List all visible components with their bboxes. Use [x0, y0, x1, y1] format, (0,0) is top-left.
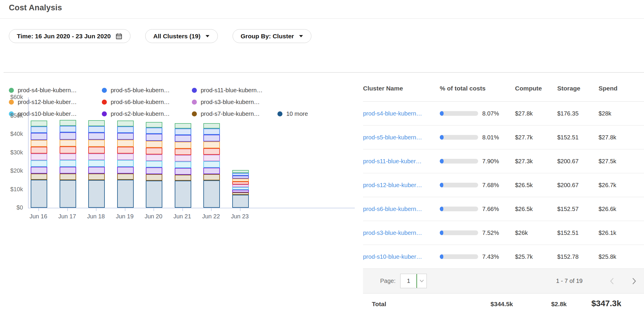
compute-cell: $27.7k: [515, 134, 557, 141]
pct-bar-fill: [440, 135, 444, 140]
bar-segment: [31, 126, 47, 133]
bar-segment: [203, 180, 220, 208]
bar-segment: [232, 190, 249, 192]
compute-cell: $26.5k: [515, 182, 557, 189]
legend-item[interactable]: prod-s5-blue-kubern…: [102, 87, 192, 94]
bar-segment: [88, 154, 105, 160]
pct-value: 8.01%: [482, 134, 499, 141]
bar-segment: [146, 134, 162, 141]
x-axis-tick: [153, 208, 154, 211]
legend-item[interactable]: prod-s4-blue-kubern…: [9, 87, 102, 94]
legend-row: prod-s4-blue-kubern…prod-s5-blue-kubern……: [9, 84, 308, 96]
filter-bar: Time: 16 Jun 2020 - 23 Jun 2020 All Clus…: [9, 29, 311, 43]
bar-segment: [31, 154, 47, 160]
spend-cell: $26.7k: [599, 182, 644, 189]
legend-item[interactable]: prod-s11-blue-kubern…: [192, 87, 277, 94]
pct-bar-fill: [440, 207, 443, 211]
storage-cell: $152.51: [557, 230, 599, 236]
prev-page-button[interactable]: [609, 277, 616, 285]
storage-cell: $152.57: [557, 206, 599, 212]
bar-segment: [203, 155, 220, 161]
compute-cell: $27.8k: [515, 110, 557, 117]
bar-segment: [175, 161, 191, 168]
table-row: prod-s6-blue-kubern…7.66%$26.5k$152.57$2…: [363, 197, 644, 221]
bar-segment: [88, 180, 105, 208]
total-compute: $344.5k: [491, 301, 513, 308]
column-header: Spend: [599, 85, 644, 92]
bar-segment: [232, 176, 249, 179]
x-axis-tick: [240, 208, 241, 211]
bar-segment: [117, 180, 134, 208]
spend-cell: $27.5k: [599, 158, 644, 165]
legend-item-label: prod-s4-blue-kubern…: [18, 87, 77, 94]
storage-cell: $200.67: [557, 182, 599, 189]
cluster-name-link[interactable]: prod-s6-blue-kubern…: [363, 206, 440, 212]
stacked-bar-jun-22: [203, 123, 220, 208]
bar-segment: [146, 161, 162, 167]
chevron-down-icon: [299, 35, 303, 38]
stacked-bar-jun-16: [31, 121, 47, 208]
bar-segment: [117, 133, 134, 140]
pct-of-total-cell: 7.68%: [440, 182, 515, 189]
x-axis-tick-label: Jun 20: [137, 213, 170, 220]
cluster-name-link[interactable]: prod-s4-blue-kubern…: [363, 110, 440, 117]
cluster-name-link[interactable]: prod-s12-blue-kuber…: [363, 182, 440, 189]
bar-segment: [60, 154, 76, 160]
bar-segment: [117, 167, 134, 174]
x-axis-tick: [67, 208, 68, 211]
table-row: prod-s12-blue-kuber…7.68%$26.5k$200.67$2…: [363, 173, 644, 197]
chart-panel: prod-s4-blue-kubern…prod-s5-blue-kubern……: [0, 72, 363, 310]
bar-segment: [88, 126, 105, 133]
bar-segment: [60, 174, 76, 180]
time-range-filter[interactable]: Time: 16 Jun 2020 - 23 Jun 2020: [9, 29, 130, 43]
pct-of-total-cell: 7.66%: [440, 206, 515, 212]
stacked-bar-jun-18: [88, 120, 105, 208]
bar-segment: [146, 154, 162, 161]
page-title: Cost Analysis: [9, 3, 62, 12]
chevron-down-icon: [417, 280, 426, 282]
bar-segment: [203, 135, 220, 141]
bar-segment: [175, 175, 191, 181]
column-header: % of total costs: [440, 85, 515, 92]
clusters-filter[interactable]: All Clusters (19): [145, 29, 218, 43]
y-axis-tick-label: $60k: [0, 94, 23, 100]
bar-segment: [60, 126, 76, 133]
table-row: prod-s10-blue-kuber…7.43%$25.7k$152.78$2…: [363, 245, 644, 269]
spend-cell: $27.8k: [599, 134, 644, 141]
cluster-name-link[interactable]: prod-s3-blue-kubern…: [363, 230, 440, 236]
bar-segment: [88, 120, 105, 126]
spend-cell: $26.6k: [599, 206, 644, 212]
bar-segment: [117, 140, 134, 146]
spend-cell: $28k: [599, 110, 644, 117]
bar-segment: [232, 187, 249, 190]
total-row: Total $344.5k $2.8k $347.3k: [363, 293, 644, 310]
page-range: 1 - 7 of 19: [556, 278, 583, 284]
bar-segment: [60, 167, 76, 174]
bar-segment: [31, 180, 47, 208]
pct-of-total-cell: 7.52%: [440, 230, 515, 236]
next-page-button[interactable]: [630, 277, 638, 285]
bar-segment: [175, 123, 191, 129]
x-axis-tick: [38, 208, 39, 211]
bar-segment: [88, 167, 105, 174]
bar-segment: [117, 121, 134, 126]
cluster-name-link[interactable]: prod-s10-blue-kuber…: [363, 253, 440, 260]
bar-segment: [88, 133, 105, 140]
bar-segment: [117, 126, 134, 133]
bar-segment: [175, 168, 191, 175]
cluster-name-link[interactable]: prod-s5-blue-kubern…: [363, 134, 440, 141]
bar-segment: [146, 141, 162, 148]
x-axis-tick: [211, 208, 212, 211]
bar-segment: [117, 154, 134, 160]
group-by-filter-label: Group By: Cluster: [241, 33, 294, 40]
group-by-filter[interactable]: Group By: Cluster: [233, 29, 311, 43]
calendar-icon: [115, 33, 122, 40]
bar-segment: [88, 147, 105, 154]
cluster-name-link[interactable]: prod-s11-blue-kuber…: [363, 158, 440, 165]
page-select[interactable]: 1: [400, 274, 427, 288]
x-axis-tick: [182, 208, 183, 211]
pct-bar-fill: [440, 111, 444, 116]
bar-segment: [31, 160, 47, 167]
pct-bar-track: [440, 159, 478, 164]
bar-segment: [203, 161, 220, 168]
